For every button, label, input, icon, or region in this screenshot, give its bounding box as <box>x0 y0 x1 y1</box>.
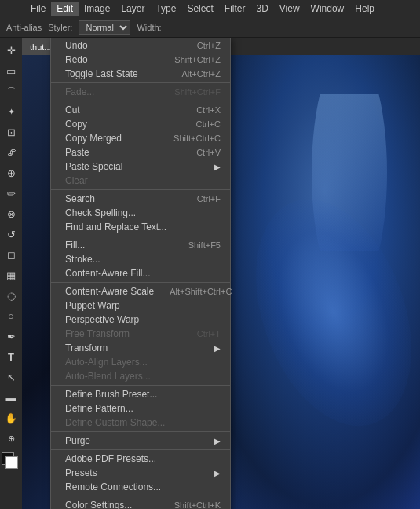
menu-filter[interactable]: Filter <box>219 2 251 16</box>
menu-item-content-aware-fill[interactable]: Content-Aware Fill... <box>51 266 230 280</box>
menu-item-search[interactable]: Search Ctrl+F <box>51 192 230 206</box>
anti-alias-label: Anti-alias <box>6 23 42 32</box>
canvas-area: thut... Workspace . Undo Ctrl+Z Redo Shi… <box>22 38 420 509</box>
tool-clone[interactable]: ⊗ <box>2 204 20 223</box>
tool-lasso[interactable]: ⌒ <box>2 82 20 101</box>
menu-layer[interactable]: Layer <box>115 2 150 16</box>
menu-item-define-custom-shape[interactable]: Define Custom Shape... <box>51 416 230 430</box>
menu-item-define-pattern[interactable]: Define Pattern... <box>51 401 230 416</box>
menu-edit[interactable]: Edit <box>51 2 79 16</box>
menu-item-undo[interactable]: Undo Ctrl+Z <box>51 38 230 53</box>
menu-select[interactable]: Select <box>181 2 218 16</box>
menu-item-fade[interactable]: Fade... Shift+Ctrl+F <box>51 85 230 99</box>
menu-item-adobe-pdf-presets[interactable]: Adobe PDF Presets... <box>51 452 230 466</box>
menu-item-auto-align-layers[interactable]: Auto-Align Layers... <box>51 355 230 369</box>
tool-history-brush[interactable]: ↺ <box>2 225 20 244</box>
tool-shape[interactable]: ▬ <box>2 388 20 407</box>
menu-item-find-replace[interactable]: Find and Replace Text... <box>51 220 230 234</box>
menu-view[interactable]: View <box>274 2 305 16</box>
menu-type[interactable]: Type <box>150 2 181 16</box>
menu-item-transform[interactable]: Transform ▶ <box>51 341 230 355</box>
tool-healing[interactable]: ⊕ <box>2 163 20 182</box>
menu-item-remote-connections[interactable]: Remote Connections... <box>51 480 230 494</box>
tool-crop[interactable]: ⊡ <box>2 123 20 141</box>
style-label: Styler: <box>48 23 72 32</box>
tool-magic-wand[interactable]: ✦ <box>2 102 20 121</box>
menu-item-perspective-warp[interactable]: Perspective Warp <box>51 313 230 327</box>
menu-item-presets[interactable]: Presets ▶ <box>51 466 230 480</box>
style-select[interactable]: Normal <box>79 20 130 35</box>
tool-zoom[interactable]: ⊕ <box>2 429 20 448</box>
menu-item-define-brush-preset[interactable]: Define Brush Preset... <box>51 387 230 401</box>
tool-path-selection[interactable]: ↖ <box>2 368 20 386</box>
edit-dropdown-menu: Undo Ctrl+Z Redo Shift+Ctrl+Z Toggle Las… <box>50 38 231 509</box>
tool-text[interactable]: T <box>2 347 20 366</box>
background-color-swatch[interactable] <box>5 456 18 469</box>
menu-item-cut[interactable]: Cut Ctrl+X <box>51 103 230 117</box>
menu-item-purge[interactable]: Purge ▶ <box>51 434 230 448</box>
menu-item-redo[interactable]: Redo Shift+Ctrl+Z <box>51 53 230 67</box>
menu-item-stroke[interactable]: Stroke... <box>51 252 230 266</box>
tool-eyedropper[interactable]: 🖇 <box>2 143 20 162</box>
tool-blur[interactable]: ◌ <box>2 286 20 305</box>
menu-item-free-transform[interactable]: Free Transform Ctrl+T <box>51 327 230 341</box>
tool-move[interactable]: ✛ <box>2 41 20 60</box>
menu-window[interactable]: Window <box>305 2 350 16</box>
tool-gradient[interactable]: ▦ <box>2 265 20 284</box>
menu-item-clear[interactable]: Clear <box>51 174 230 188</box>
menu-item-puppet-warp[interactable]: Puppet Warp <box>51 298 230 313</box>
menu-item-color-settings[interactable]: Color Settings... Shift+Ctrl+K <box>51 498 230 509</box>
tool-pen[interactable]: ✒ <box>2 327 20 346</box>
tool-dodge[interactable]: ○ <box>2 306 20 325</box>
menu-item-copy-merged[interactable]: Copy Merged Shift+Ctrl+C <box>51 131 230 145</box>
menu-item-copy[interactable]: Copy Ctrl+C <box>51 117 230 131</box>
menu-item-paste-special[interactable]: Paste Special ▶ <box>51 159 230 174</box>
menu-item-paste[interactable]: Paste Ctrl+V <box>51 145 230 159</box>
width-label: Width: <box>137 23 161 32</box>
menu-item-check-spelling[interactable]: Check Spelling... <box>51 206 230 220</box>
tool-hand[interactable]: ✋ <box>2 408 20 427</box>
options-bar: Anti-alias Styler: Normal Width: <box>0 17 420 38</box>
menu-item-auto-blend-layers[interactable]: Auto-Blend Layers... <box>51 369 230 383</box>
menu-item-fill[interactable]: Fill... Shift+F5 <box>51 238 230 252</box>
menu-item-content-aware-scale[interactable]: Content-Aware Scale Alt+Shift+Ctrl+C <box>51 284 230 298</box>
menu-image[interactable]: Image <box>79 2 115 16</box>
image-highlight <box>302 94 396 251</box>
tool-brush[interactable]: ✏ <box>2 184 20 203</box>
menu-file[interactable]: File <box>25 2 51 16</box>
menu-item-toggle-last-state[interactable]: Toggle Last State Alt+Ctrl+Z <box>51 67 230 81</box>
tool-eraser[interactable]: ◻ <box>2 245 20 264</box>
menu-bar: File Edit Image Layer Type Select Filter… <box>0 0 420 17</box>
menu-3d[interactable]: 3D <box>250 2 273 16</box>
left-toolbar: ✛ ▭ ⌒ ✦ ⊡ 🖇 ⊕ ✏ ⊗ ↺ ◻ ▦ ◌ ○ ✒ T ↖ ▬ ✋ ⊕ <box>0 38 22 509</box>
menu-help[interactable]: Help <box>349 2 380 16</box>
tool-selection[interactable]: ▭ <box>2 61 20 80</box>
